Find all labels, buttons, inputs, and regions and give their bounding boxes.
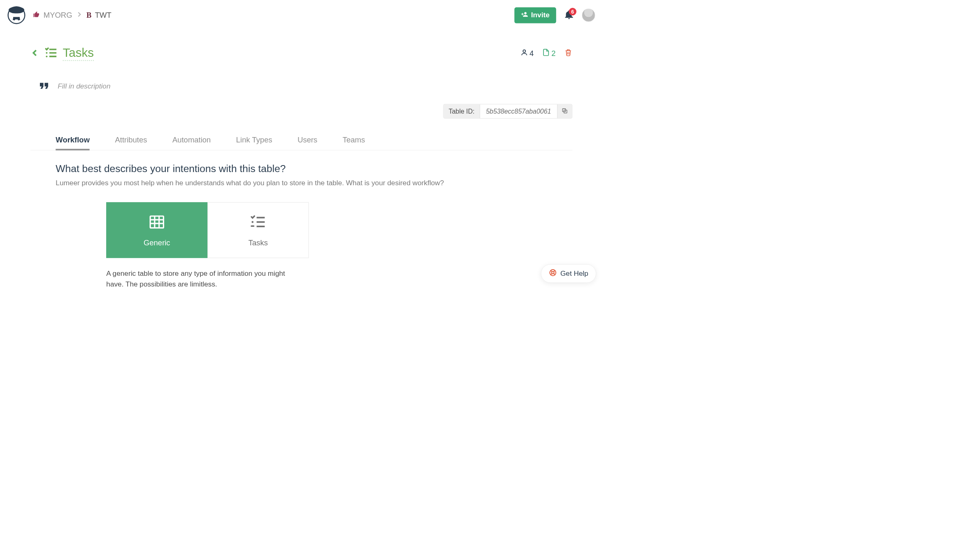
- svg-point-8: [552, 271, 554, 274]
- file-icon: [542, 49, 550, 58]
- breadcrumb: MYORG B TWT: [33, 11, 111, 20]
- tab-teams[interactable]: Teams: [343, 131, 365, 150]
- svg-point-6: [252, 221, 254, 223]
- description-input[interactable]: Fill in description: [58, 82, 110, 91]
- notification-badge: 6: [569, 8, 576, 15]
- tab-users[interactable]: Users: [297, 131, 317, 150]
- lifering-icon: [549, 269, 557, 279]
- quote-icon: [37, 79, 51, 94]
- user-plus-icon: [521, 11, 528, 20]
- breadcrumb-org[interactable]: MYORG: [44, 11, 72, 19]
- file-count-value: 2: [551, 49, 555, 58]
- workflow-heading: What best describes your intentions with…: [56, 163, 536, 175]
- invite-button[interactable]: Invite: [514, 7, 556, 23]
- invite-label: Invite: [531, 11, 550, 19]
- workflow-card-generic[interactable]: Generic: [106, 202, 207, 258]
- svg-point-1: [46, 56, 47, 57]
- tabs: Workflow Attributes Automation Link Type…: [30, 131, 572, 151]
- get-help-button[interactable]: Get Help: [541, 264, 596, 283]
- user-icon: [520, 49, 528, 58]
- back-button[interactable]: [30, 48, 39, 58]
- user-count-value: 4: [529, 49, 534, 58]
- title-row: Tasks 4 2: [30, 46, 572, 61]
- copy-icon: [562, 107, 568, 115]
- app-logo[interactable]: [7, 6, 25, 24]
- project-b-icon: B: [86, 11, 91, 19]
- tab-workflow[interactable]: Workflow: [56, 131, 90, 151]
- workflow-card-tasks[interactable]: Tasks: [207, 202, 309, 258]
- table-id-value[interactable]: 5b538ecc857aba0061: [480, 104, 557, 118]
- tab-automation[interactable]: Automation: [172, 131, 211, 150]
- tasks-list-icon: [249, 213, 267, 232]
- chevron-right-icon: [76, 11, 83, 20]
- card-label: Generic: [144, 238, 170, 247]
- grid-icon: [148, 213, 166, 232]
- breadcrumb-project[interactable]: TWT: [95, 11, 111, 19]
- topbar: MYORG B TWT Invite 6: [0, 0, 603, 28]
- notifications-button[interactable]: 6: [564, 9, 574, 21]
- table-id-box: Table ID: 5b538ecc857aba0061: [443, 104, 572, 119]
- delete-button[interactable]: [564, 48, 572, 58]
- page-title[interactable]: Tasks: [63, 46, 94, 61]
- workflow-card-description: A generic table to store any type of inf…: [106, 268, 304, 289]
- thumbs-up-icon: [33, 11, 40, 20]
- file-count[interactable]: 2: [542, 49, 555, 58]
- bell-icon: [564, 16, 574, 21]
- tasks-list-icon: [44, 46, 58, 61]
- tab-attributes[interactable]: Attributes: [115, 131, 147, 150]
- svg-rect-5: [150, 216, 163, 228]
- card-label: Tasks: [248, 238, 268, 247]
- avatar[interactable]: [582, 9, 595, 22]
- workflow-subheading: Lumeer provides you most help when he un…: [56, 179, 536, 187]
- svg-point-2: [523, 50, 525, 52]
- table-id-label: Table ID:: [444, 104, 480, 118]
- tab-link-types[interactable]: Link Types: [236, 131, 272, 150]
- svg-point-0: [46, 52, 47, 54]
- get-help-label: Get Help: [560, 270, 588, 278]
- user-count[interactable]: 4: [520, 49, 534, 58]
- copy-id-button[interactable]: [557, 104, 572, 118]
